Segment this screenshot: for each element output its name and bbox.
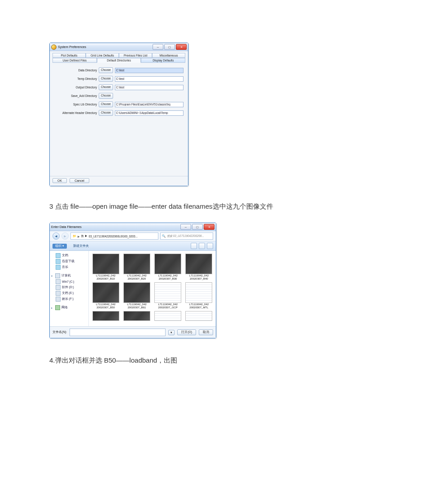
file-overflow-1[interactable] [92,311,120,321]
minimize-button[interactable]: ─ [180,224,191,230]
row-output-directory: Output Directory Choose [54,84,184,90]
label-spec-lib-directory: Spec Lib Directory [54,103,97,106]
choose-spec-lib-directory[interactable]: Choose [99,101,113,107]
file-filter-dropdown[interactable]: ▾ [168,330,175,335]
file-gcp[interactable]: L71119042_04220020307_GCP [154,282,182,309]
row-temp-directory: Temp Directory Choose [54,76,184,82]
nav-drive-c[interactable]: Win7 (C:) [51,279,87,285]
step-4-caption: 4.弹出对话框并选 B50——loadband，出图 [49,356,375,365]
input-save-add-directory[interactable] [115,94,117,98]
file-chooser-window: Enter Data Filenames ─ ▢ ✕ ◄ ► 📁 ▶ 数 ▶ 0… [49,223,216,338]
organize-button[interactable]: 组织 ▾ [52,244,67,249]
file-grid: L71119042_04220020307_B10 L71119042_0422… [89,251,216,326]
app-icon [51,44,57,50]
open-button[interactable]: 打开(O) [177,329,196,335]
choose-output-directory[interactable]: Choose [99,84,113,90]
file-b10[interactable]: L71119042_04220020307_B10 [92,254,120,280]
nav-network[interactable]: ▸网络 [51,305,87,311]
choose-alternate-header-directory[interactable]: Choose [99,110,113,116]
titlebar[interactable]: System Preferences ─ ▢ ✕ [50,43,188,51]
window-title: Enter Data Filenames [51,225,180,228]
maximize-button[interactable]: ▢ [192,224,203,230]
file-overflow-3[interactable] [154,311,182,321]
nav-music[interactable]: 音乐 [51,264,87,270]
step-3-caption: 3 点击 file——open image file——enter data f… [49,202,375,211]
navigation-pane: 文档 迅雷下载 音乐 ▾计算机 Win7 (C:) 软件 (D:) 文档 (E:… [50,251,89,326]
preview-pane-icon[interactable] [199,243,205,249]
search-icon: 🔍 [162,234,166,238]
file-b50[interactable]: L71119042_04220020307_B50 [92,282,120,309]
new-folder-button[interactable]: 新建文件夹 [70,244,92,249]
input-alternate-header-directory[interactable] [115,110,184,116]
input-spec-lib-directory[interactable] [115,102,184,107]
tab-user-defined-files[interactable]: User Defined Files [52,58,97,63]
window-title: System Preferences [58,45,153,48]
label-data-directory: Data Directory [54,69,97,72]
close-button[interactable]: ✕ [204,224,214,230]
choose-data-directory[interactable]: Choose [99,67,113,73]
label-temp-directory: Temp Directory [54,77,97,80]
input-output-directory[interactable] [115,85,184,90]
maximize-button[interactable]: ▢ [164,44,175,50]
cancel-button[interactable]: 取消 [199,329,213,335]
nav-drive-d[interactable]: 软件 (D:) [51,285,87,290]
file-overflow-2[interactable] [122,311,151,321]
help-icon[interactable] [207,243,213,249]
minimize-button[interactable]: ─ [153,44,163,50]
label-save-add-directory: Save_Add Directory [54,94,97,97]
row-alternate-header-directory: Alternate Header Directory Choose [54,110,184,116]
search-placeholder: 搜索 03_LE7119042200206... [167,234,204,238]
nav-downloads[interactable]: 迅雷下载 [51,259,87,264]
tab-default-directories[interactable]: Default Directories [97,58,141,63]
file-b61[interactable]: L71119042_04220020307_B61 [122,282,151,309]
system-preferences-window: System Preferences ─ ▢ ✕ Plot Defaults G… [49,43,188,186]
forward-button[interactable]: ► [61,232,69,240]
input-data-directory[interactable] [115,68,184,73]
filename-input[interactable] [70,329,166,336]
nav-drive-e[interactable]: 文档 (E:) [51,290,87,296]
nav-documents[interactable]: 文档 [51,253,87,259]
choose-temp-directory[interactable]: Choose [99,76,113,82]
row-save-add-directory: Save_Add Directory Choose [54,93,184,99]
input-temp-directory[interactable] [115,76,184,82]
close-button[interactable]: ✕ [176,44,187,50]
breadcrumb-root-icon: 📁 [73,234,76,238]
file-b20[interactable]: L71119042_04220020307_B20 [122,254,151,280]
file-mtl[interactable]: L71119042_04220020307_MTL [185,282,213,309]
tab-miscellaneous[interactable]: Miscellaneous [152,53,185,58]
filename-label: 文件名(N): [52,330,67,334]
nav-computer[interactable]: ▾计算机 [51,273,87,279]
choose-save-add-directory[interactable]: Choose [99,93,113,99]
nav-drive-f[interactable]: 娱乐 (F:) [51,296,87,302]
file-overflow-4[interactable] [185,311,213,321]
view-options-icon[interactable] [191,243,197,249]
tab-plot-defaults[interactable]: Plot Defaults [52,53,86,58]
label-alternate-header-directory: Alternate Header Directory [54,111,97,114]
tab-display-defaults[interactable]: Display Defaults [141,58,185,63]
row-spec-lib-directory: Spec Lib Directory Choose [54,101,184,107]
tab-previous-files-list[interactable]: Previous Files List [119,53,152,58]
file-b40[interactable]: L71119042_04220020307_B40 [185,254,213,280]
breadcrumb[interactable]: 📁 ▶ 数 ▶ 03_LE71190422002060L0G00_0203... [70,232,158,240]
search-input[interactable]: 🔍 搜索 03_LE7119042200206... [160,232,213,240]
label-output-directory: Output Directory [54,86,97,89]
ok-button[interactable]: OK [52,178,67,183]
titlebar[interactable]: Enter Data Filenames ─ ▢ ✕ [50,223,216,231]
file-b30[interactable]: L71119042_04220020307_B30 [154,254,182,280]
row-data-directory: Data Directory Choose [54,67,184,73]
cancel-button[interactable]: Cancel [70,178,89,183]
tab-grid-line-defaults[interactable]: Grid Line Defaults [86,53,119,58]
back-button[interactable]: ◄ [52,232,60,240]
